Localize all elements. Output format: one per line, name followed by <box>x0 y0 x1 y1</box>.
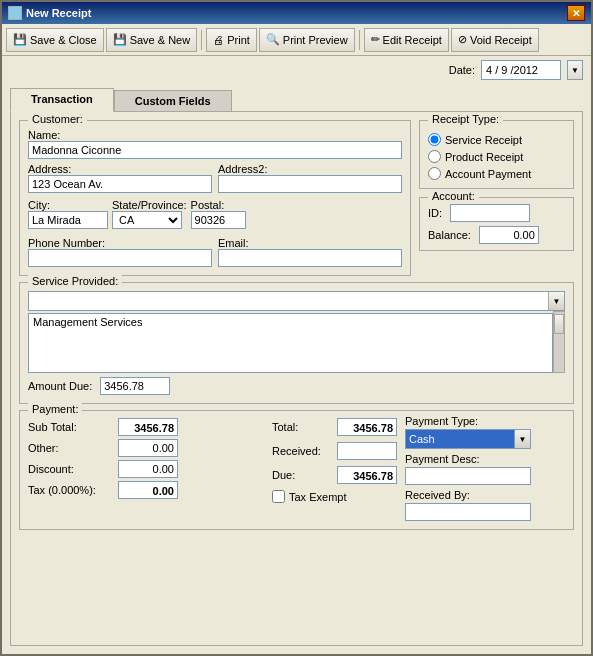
payment-inner: Sub Total: 3456.78 Other: Discount: <box>28 415 565 521</box>
edit-icon: ✏ <box>371 33 380 46</box>
due-label: Due: <box>272 469 337 481</box>
edit-receipt-button[interactable]: ✏ Edit Receipt <box>364 28 449 52</box>
void-icon: ⊘ <box>458 33 467 46</box>
received-row: Received: <box>272 442 397 460</box>
due-row: Due: 3456.78 <box>272 466 397 484</box>
title-bar: New Receipt ✕ <box>2 2 591 24</box>
service-dropdown[interactable]: ▼ <box>28 291 565 311</box>
product-receipt-radio[interactable] <box>428 150 441 163</box>
customer-legend: Customer: <box>28 113 87 125</box>
tabs: Transaction Custom Fields <box>10 88 583 112</box>
save-new-icon: 💾 <box>113 33 127 46</box>
payment-type-group: Payment Type: Cash ▼ <box>405 415 565 449</box>
account-payment-radio[interactable] <box>428 167 441 180</box>
received-input[interactable] <box>337 442 397 460</box>
other-input[interactable] <box>118 439 178 457</box>
tax-exempt-checkbox[interactable] <box>272 490 285 503</box>
separator-1 <box>201 30 202 50</box>
scrollbar-thumb <box>554 314 564 334</box>
phone-col: Phone Number: <box>28 233 212 267</box>
discount-input[interactable] <box>118 460 178 478</box>
received-by-label: Received By: <box>405 489 565 501</box>
name-label: Name: <box>28 129 402 141</box>
sub-total-label: Sub Total: <box>28 421 118 433</box>
service-textarea[interactable]: Management Services <box>28 313 553 373</box>
save-new-button[interactable]: 💾 Save & New <box>106 28 198 52</box>
address2-input[interactable] <box>218 175 402 193</box>
sub-total-row: Sub Total: 3456.78 <box>28 418 264 436</box>
received-label: Received: <box>272 445 337 457</box>
email-label: Email: <box>218 237 402 249</box>
close-button[interactable]: ✕ <box>567 5 585 21</box>
title-bar-left: New Receipt <box>8 6 91 20</box>
discount-label: Discount: <box>28 463 118 475</box>
address-input[interactable] <box>28 175 212 193</box>
payment-desc-input[interactable] <box>405 467 531 485</box>
content-area: Transaction Custom Fields Customer: Name… <box>2 84 591 654</box>
amount-label: Amount Due: <box>28 380 92 392</box>
due-value: 3456.78 <box>337 466 397 484</box>
save-close-icon: 💾 <box>13 33 27 46</box>
postal-input[interactable] <box>191 211 246 229</box>
tax-row: Tax (0.000%): 0.00 <box>28 481 264 499</box>
address-col: Address: <box>28 159 212 193</box>
void-receipt-button[interactable]: ⊘ Void Receipt <box>451 28 539 52</box>
address2-col: Address2: <box>218 159 402 193</box>
account-balance-row: Balance: <box>428 226 565 244</box>
payment-type-dropdown-arrow[interactable]: ▼ <box>515 429 531 449</box>
city-col: City: <box>28 195 108 229</box>
address-group: Address: Address2: <box>28 159 402 193</box>
service-receipt-option[interactable]: Service Receipt <box>428 133 565 146</box>
state-label: State/Province: <box>112 199 187 211</box>
received-by-group: Received By: <box>405 489 565 521</box>
service-dropdown-arrow[interactable]: ▼ <box>548 292 564 310</box>
postal-col: Postal: <box>191 195 246 229</box>
date-input[interactable] <box>481 60 561 80</box>
product-receipt-option[interactable]: Product Receipt <box>428 150 565 163</box>
state-col: State/Province: CA <box>112 195 187 229</box>
city-input[interactable] <box>28 211 108 229</box>
payment-type-value[interactable]: Cash <box>405 429 515 449</box>
other-label: Other: <box>28 442 118 454</box>
payment-desc-label: Payment Desc: <box>405 453 565 465</box>
city-label: City: <box>28 199 108 211</box>
phone-label: Phone Number: <box>28 237 212 249</box>
receipt-type-fieldset: Receipt Type: Service Receipt Product Re… <box>419 120 574 189</box>
print-preview-button[interactable]: 🔍 Print Preview <box>259 28 355 52</box>
amount-input[interactable] <box>100 377 170 395</box>
tax-exempt-label: Tax Exempt <box>289 491 346 503</box>
account-id-label: ID: <box>428 207 442 219</box>
payment-type-label: Payment Type: <box>405 415 565 427</box>
payment-right: Payment Type: Cash ▼ Payment Desc: Recei… <box>405 415 565 521</box>
total-label: Total: <box>272 421 337 433</box>
received-by-input[interactable] <box>405 503 531 521</box>
window-title: New Receipt <box>26 7 91 19</box>
print-button[interactable]: 🖨 Print <box>206 28 257 52</box>
payment-left: Sub Total: 3456.78 Other: Discount: <box>28 415 264 521</box>
tab-custom-fields[interactable]: Custom Fields <box>114 90 232 112</box>
receipt-type-options: Service Receipt Product Receipt Account … <box>428 133 565 180</box>
name-input[interactable] <box>28 141 402 159</box>
service-dropdown-value <box>29 292 548 310</box>
payment-legend: Payment: <box>28 403 82 415</box>
address-label: Address: <box>28 163 212 175</box>
account-id-row: ID: <box>428 204 565 222</box>
account-id-input[interactable] <box>450 204 530 222</box>
phone-email-group: Phone Number: Email: <box>28 233 402 267</box>
total-value: 3456.78 <box>337 418 397 436</box>
service-fieldset: Service Provided: ▼ Management Services … <box>19 282 574 404</box>
date-label: Date: <box>449 64 475 76</box>
amount-row: Amount Due: <box>28 377 565 395</box>
email-input[interactable] <box>218 249 402 267</box>
phone-input[interactable] <box>28 249 212 267</box>
discount-row: Discount: <box>28 460 264 478</box>
state-select[interactable]: CA <box>112 211 182 229</box>
date-dropdown-button[interactable]: ▼ <box>567 60 583 80</box>
tab-transaction[interactable]: Transaction <box>10 88 114 112</box>
save-close-button[interactable]: 💾 Save & Close <box>6 28 104 52</box>
balance-input[interactable] <box>479 226 539 244</box>
service-receipt-radio[interactable] <box>428 133 441 146</box>
account-payment-option[interactable]: Account Payment <box>428 167 565 180</box>
service-scrollbar[interactable] <box>553 311 565 373</box>
print-preview-icon: 🔍 <box>266 33 280 46</box>
